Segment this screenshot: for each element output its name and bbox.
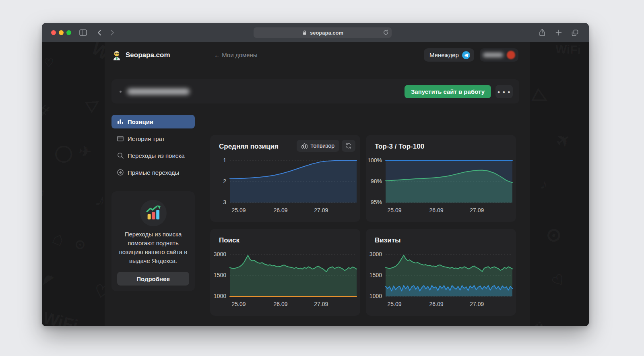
balance-blurred-value [483,53,503,57]
doodle-glyph: ⊙ [71,235,89,253]
fullscreen-window-button[interactable] [66,30,71,35]
y-axis-label: 98% [366,178,382,184]
chart-title: Top-3 / Top-100 [375,143,424,151]
promo-card: Переходы из поиска помогают поднять пози… [111,191,195,291]
lock-icon [302,30,308,35]
y-axis-label: 1000 [210,293,226,299]
chart-controls: Топвизор [297,140,355,152]
topvisor-badge[interactable]: Топвизор [297,140,339,152]
coin-icon [507,51,515,59]
domain-bar: Запустить сайт в работу ● ● ● [111,79,519,103]
y-axis-label: 3000 [366,251,382,257]
y-axis-label: 1 [210,157,226,164]
x-axis-label: 26.09 [273,207,287,213]
chart-title: Визиты [375,236,400,244]
doodle-glyph: ⊙ [543,222,565,248]
launch-site-button[interactable]: Запустить сайт в работу [405,85,491,98]
minimize-window-button[interactable] [59,30,64,35]
y-axis-label: 3000 [210,251,226,257]
share-icon[interactable] [538,29,546,38]
chart-card-visits: Визиты 30001500100025.0926.0927.09 [366,229,516,316]
doodle-glyph: ♪ [539,176,549,192]
chart-title: Средняя позиция [219,143,279,151]
my-domains-link[interactable]: ← Мои домены [214,52,258,58]
chart-plot [230,161,357,203]
doodle-glyph: WiFi [42,308,80,326]
seopapa-avatar-icon [111,50,122,60]
x-axis-label: 27.09 [470,207,484,213]
balance-button[interactable] [480,48,518,62]
chart-card-average-position: Средняя позиция Топвизор [210,135,360,222]
app-logo: Seopapa.com [111,48,170,62]
domain-name-blurred [127,89,190,95]
arrow-circle-icon [117,169,124,176]
chart-plot [386,161,512,203]
y-axis-label: 1000 [366,293,382,299]
manager-button-label: Менеждер [429,52,459,58]
forward-icon[interactable] [110,29,114,37]
y-axis-label: 95% [366,199,382,205]
doodle-glyph: ♡ [549,270,569,291]
refresh-button[interactable] [342,140,355,152]
new-tab-icon[interactable] [555,29,562,38]
doodle-glyph: ✈ [552,128,574,152]
bar-chart-icon [117,118,124,125]
url-bar[interactable]: seopapa.com [254,27,392,38]
browser-window: seopapa.com [42,23,589,326]
sidebar-nav: Позиции История трат [111,115,195,182]
y-axis-label: 1500 [210,272,226,278]
domain-status-dot [120,91,122,93]
sidebar-item-label: История трат [128,135,165,142]
app-title: Seopapa.com [126,51,170,59]
doodle-glyph: ♡ [44,56,54,70]
doodle-glyph: ☁ [42,267,56,288]
y-axis-label: 2 [210,178,226,184]
chart-plot [230,255,357,296]
promo-details-button[interactable]: Подробнее [117,272,189,286]
chart-title: Поиск [219,236,239,244]
equalizer-bars-icon [301,143,308,149]
search-icon [117,152,124,159]
sidebar-item-label: Переходы из поиска [128,152,185,159]
chart-card-search: Поиск 30001500100025.0926.0927.09 [210,229,360,316]
manager-button[interactable]: Менеждер [424,48,474,62]
promo-text: Переходы из поиска помогают поднять пози… [116,230,190,265]
app-content: Seopapa.com ← Мои домены Менеждер [105,42,530,326]
doodle-glyph: ⌂ [49,226,68,250]
sidebar-item-label: Прямые переходы [128,169,179,176]
sidebar-item-direct-visits[interactable]: Прямые переходы [111,166,195,179]
doodle-glyph: ✈ [78,142,92,161]
y-axis-label: 1500 [366,272,382,278]
sidebar-item-spend-history[interactable]: История трат [111,132,195,145]
back-icon[interactable] [97,29,101,37]
y-axis-label: 3 [210,199,226,205]
sidebar-item-positions[interactable]: Позиции [111,115,195,128]
tab-overview-icon[interactable] [571,29,579,38]
x-axis-label: 25.09 [388,301,402,307]
x-axis-label: 26.09 [273,301,287,307]
chart-increasing-icon [140,200,167,226]
doodle-glyph: # [79,324,95,326]
x-axis-label: 25.09 [388,207,402,213]
more-options-button[interactable]: ● ● ● [495,85,513,98]
sidebar-item-search-visits[interactable]: Переходы из поиска [111,149,195,162]
topvisor-badge-label: Топвизор [310,143,334,149]
x-axis-label: 26.09 [429,301,443,307]
doodle-glyph: ⚐ [42,185,47,203]
telegram-icon [462,51,470,59]
y-axis-label: 100% [366,157,382,164]
url-text: seopapa.com [310,30,343,36]
chart-card-top3-top100: Top-3 / Top-100 100%98%95%25.0926.0927.0… [366,135,516,222]
reload-icon[interactable] [383,29,389,37]
app-background: ♡WiFi#▷◯✈⚐♪⌂⊙☁♡WiFi#▷◯✈⚐♪⌂⊙☁♡WiFi#▷◯✈⚐♪⌂… [42,42,589,326]
browser-chrome: seopapa.com [42,23,589,43]
sidebar-toggle-icon[interactable] [79,29,87,37]
doodle-glyph: WiFi [555,42,581,57]
x-axis-label: 26.09 [429,207,443,213]
sidebar-item-label: Позиции [128,118,153,125]
x-axis-label: 25.09 [232,207,246,213]
close-window-button[interactable] [51,30,56,35]
x-axis-label: 27.09 [314,301,328,307]
x-axis-label: 27.09 [470,301,484,307]
doodle-glyph: ◯ [50,140,76,166]
